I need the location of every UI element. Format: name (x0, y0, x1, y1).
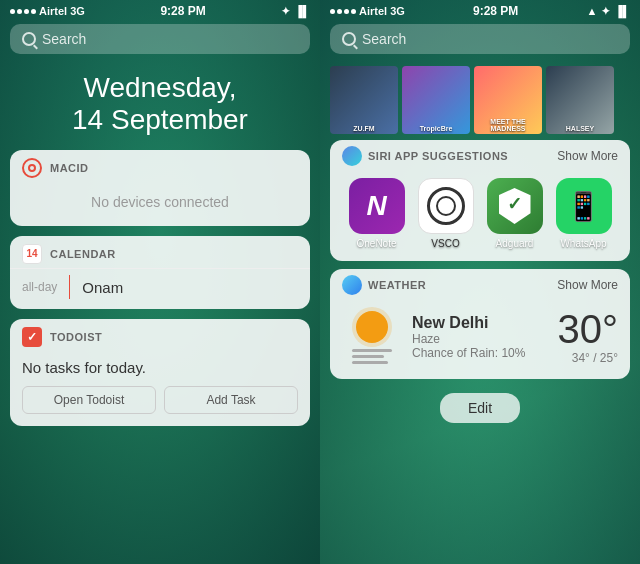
music-label-4: HALSEY (548, 125, 612, 132)
add-task-button[interactable]: Add Task (164, 386, 298, 414)
weather-city: New Delhi (412, 314, 548, 332)
siri-icon (342, 146, 362, 166)
time-right: 9:28 PM (473, 4, 518, 18)
search-icon-right (342, 32, 356, 46)
siri-suggestions-card: SIRI APP SUGGESTIONS Show More N OneNote (330, 140, 630, 261)
cal-divider (69, 275, 70, 299)
whatsapp-icon: 📱 (556, 178, 612, 234)
weather-show-more[interactable]: Show More (557, 278, 618, 292)
search-label-left: Search (42, 31, 86, 47)
onenote-label: OneNote (356, 238, 396, 249)
carrier-right: Airtel (359, 5, 387, 17)
cal-event-name: Onam (82, 279, 123, 296)
network-right: 3G (390, 5, 405, 17)
app-item-adguard[interactable]: ✓ Adguard (487, 178, 543, 249)
macid-status: No devices connected (22, 186, 298, 214)
edit-button[interactable]: Edit (440, 393, 520, 423)
whatsapp-label: WhatsApp (560, 238, 606, 249)
weather-section-title: WEATHER (368, 279, 426, 291)
time-left: 9:28 PM (160, 4, 205, 18)
weather-card: WEATHER Show More New Delhi Haze Chance (330, 269, 630, 379)
weather-icon-header (342, 275, 362, 295)
calendar-widget: 14 CALENDAR all-day Onam (10, 236, 310, 309)
onenote-icon: N (349, 178, 405, 234)
vsco-icon (418, 178, 474, 234)
macid-title: MACID (50, 162, 89, 174)
app-item-vsco[interactable]: VSCO (418, 178, 474, 249)
date-line2: 14 September (0, 104, 320, 136)
battery-icon-right: ▐▌ (614, 5, 630, 17)
calendar-icon: 14 (22, 244, 42, 264)
siri-show-more[interactable]: Show More (557, 149, 618, 163)
date-line1: Wednesday, (0, 72, 320, 104)
cal-allday: all-day (22, 280, 57, 294)
app-item-whatsapp[interactable]: 📱 WhatsApp (556, 178, 612, 249)
date-header: Wednesday, 14 September (0, 72, 320, 136)
left-panel: Airtel 3G 9:28 PM ✦ ▐▌ Search Wednesday,… (0, 0, 320, 564)
siri-section-header: SIRI APP SUGGESTIONS Show More (330, 140, 630, 170)
adguard-label: Adguard (496, 238, 534, 249)
weather-icon-area (342, 311, 402, 364)
siri-section-title: SIRI APP SUGGESTIONS (368, 150, 508, 162)
todoist-title: TODOIST (50, 331, 102, 343)
weather-desc: Haze (412, 332, 548, 346)
weather-minmax: 34° / 25° (558, 351, 619, 365)
weather-temp: 30° (558, 309, 619, 349)
weather-temp-area: 30° 34° / 25° (558, 309, 619, 365)
weather-body: New Delhi Haze Chance of Rain: 10% 30° 3… (330, 299, 630, 379)
status-bar-left: Airtel 3G 9:28 PM ✦ ▐▌ (0, 0, 320, 20)
music-label-3: MEET THE MADNESS (476, 118, 540, 132)
open-todoist-button[interactable]: Open Todoist (22, 386, 156, 414)
todoist-widget: ✓ TODOIST No tasks for today. Open Todoi… (10, 319, 310, 426)
app-item-onenote[interactable]: N OneNote (349, 178, 405, 249)
carrier-left: Airtel (39, 5, 67, 17)
edit-area: Edit (320, 389, 640, 431)
sun-icon (356, 311, 388, 343)
calendar-title: CALENDAR (50, 248, 116, 260)
music-thumb-3[interactable]: MEET THE MADNESS (474, 66, 542, 134)
search-bar-right[interactable]: Search (330, 24, 630, 54)
todoist-status: No tasks for today. (22, 355, 298, 386)
music-label-1: ZU.FM (332, 125, 396, 132)
adguard-icon: ✓ (487, 178, 543, 234)
cal-day-num: 14 (26, 249, 37, 259)
right-panel: Airtel 3G 9:28 PM ▲ ✦ ▐▌ Search ZU.FM Tr… (320, 0, 640, 564)
music-row: ZU.FM TropicBre MEET THE MADNESS HALSEY (320, 60, 640, 140)
macid-icon (22, 158, 42, 178)
bluetooth-icon-right: ✦ (601, 5, 610, 18)
haze-lines (352, 349, 392, 364)
todoist-icon: ✓ (22, 327, 42, 347)
search-label-right: Search (362, 31, 406, 47)
weather-section-header: WEATHER Show More (330, 269, 630, 299)
battery-icon-left: ▐▌ (294, 5, 310, 17)
location-icon: ▲ (587, 5, 598, 17)
search-bar-left[interactable]: Search (10, 24, 310, 54)
vsco-label: VSCO (431, 238, 459, 249)
macid-widget: MACID No devices connected (10, 150, 310, 226)
search-icon-left (22, 32, 36, 46)
music-thumb-4[interactable]: HALSEY (546, 66, 614, 134)
todoist-buttons: Open Todoist Add Task (22, 386, 298, 414)
network-left: 3G (70, 5, 85, 17)
music-thumb-1[interactable]: ZU.FM (330, 66, 398, 134)
calendar-event-row: all-day Onam (10, 268, 310, 309)
music-label-2: TropicBre (404, 125, 468, 132)
app-icons-row: N OneNote VSCO ✓ (330, 170, 630, 261)
status-bar-right: Airtel 3G 9:28 PM ▲ ✦ ▐▌ (320, 0, 640, 20)
weather-rain: Chance of Rain: 10% (412, 346, 548, 360)
bluetooth-icon-left: ✦ (281, 5, 290, 18)
music-thumb-2[interactable]: TropicBre (402, 66, 470, 134)
weather-info: New Delhi Haze Chance of Rain: 10% (412, 314, 548, 360)
